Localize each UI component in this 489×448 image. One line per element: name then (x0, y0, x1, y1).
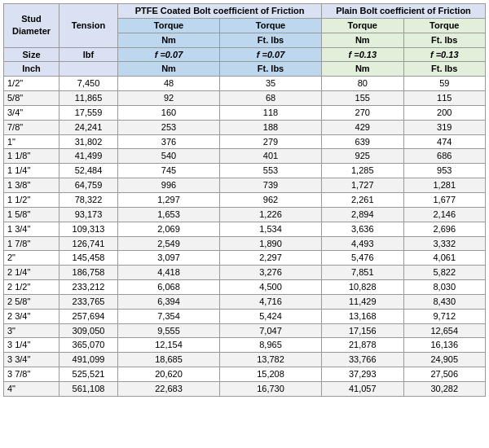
header-row-5: Inch Nm Ft. lbs Nm Ft. lbs (4, 62, 486, 77)
cell-ptfe-ftlbs: 962 (220, 192, 322, 207)
cell-plain-ftlbs: 1,677 (403, 192, 486, 207)
table-row: 1" 31,802 376 279 639 474 (4, 134, 486, 149)
cell-plain-nm: 270 (322, 105, 403, 120)
cell-plain-nm: 2,261 (322, 192, 403, 207)
table-row: 1 1/4" 52,484 745 553 1,285 953 (4, 164, 486, 178)
header-plain-f1: f =0.13 (322, 47, 403, 62)
table-row: 5/8" 11,865 92 68 155 115 (4, 91, 486, 106)
header-stud-diameter: Stud Diameter (4, 4, 59, 48)
table-row: 3 3/4" 491,099 18,685 13,782 33,766 24,9… (4, 353, 486, 367)
cell-size: 3 3/4" (4, 353, 59, 367)
cell-tension: 126,741 (59, 236, 118, 251)
cell-ptfe-nm: 6,394 (118, 294, 220, 309)
cell-plain-nm: 37,293 (322, 367, 403, 382)
cell-size: 3 1/4" (4, 338, 59, 353)
cell-tension: 64,759 (59, 178, 118, 193)
cell-tension: 257,694 (59, 309, 118, 323)
table-row: 1 1/2" 78,322 1,297 962 2,261 1,677 (4, 192, 486, 207)
table-row: 2 3/4" 257,694 7,354 5,424 13,168 9,712 (4, 309, 486, 323)
cell-ptfe-nm: 12,154 (118, 338, 220, 353)
cell-plain-ftlbs: 24,905 (403, 353, 486, 367)
cell-size: 2 3/4" (4, 309, 59, 323)
cell-tension: 41,499 (59, 149, 118, 164)
cell-size: 1 3/4" (4, 222, 59, 236)
header-inch-label: Inch (4, 62, 59, 77)
cell-plain-ftlbs: 686 (403, 149, 486, 164)
cell-ptfe-nm: 376 (118, 134, 220, 149)
header-size-label: Size (4, 47, 59, 62)
cell-plain-ftlbs: 200 (403, 105, 486, 120)
cell-plain-ftlbs: 953 (403, 164, 486, 178)
cell-tension: 186,758 (59, 266, 118, 280)
cell-plain-nm: 4,493 (322, 236, 403, 251)
cell-tension: 31,802 (59, 134, 118, 149)
table-row: 1 3/4" 109,313 2,069 1,534 3,636 2,696 (4, 222, 486, 236)
cell-ptfe-ftlbs: 68 (220, 91, 322, 106)
cell-ptfe-nm: 3,097 (118, 251, 220, 266)
cell-tension: 11,865 (59, 91, 118, 106)
cell-size: 3/4" (4, 105, 59, 120)
cell-ptfe-ftlbs: 279 (220, 134, 322, 149)
cell-plain-ftlbs: 474 (403, 134, 486, 149)
cell-plain-nm: 33,766 (322, 353, 403, 367)
cell-size: 7/8" (4, 120, 59, 134)
header-plain-nm: Nm (322, 33, 403, 47)
table-row: 2" 145,458 3,097 2,297 5,476 4,061 (4, 251, 486, 266)
cell-ptfe-nm: 1,297 (118, 192, 220, 207)
cell-ptfe-ftlbs: 5,424 (220, 309, 322, 323)
cell-size: 3 7/8" (4, 367, 59, 382)
cell-tension: 24,241 (59, 120, 118, 134)
cell-tension: 7,450 (59, 77, 118, 91)
cell-plain-ftlbs: 3,332 (403, 236, 486, 251)
cell-plain-ftlbs: 115 (403, 91, 486, 106)
cell-ptfe-ftlbs: 1,226 (220, 207, 322, 222)
cell-plain-nm: 3,636 (322, 222, 403, 236)
cell-plain-ftlbs: 4,061 (403, 251, 486, 266)
cell-size: 1 1/2" (4, 192, 59, 207)
cell-plain-ftlbs: 59 (403, 77, 486, 91)
cell-ptfe-nm: 745 (118, 164, 220, 178)
header-plain-torque2: Torque (403, 18, 486, 33)
cell-ptfe-nm: 9,555 (118, 323, 220, 338)
table-row: 2 1/4" 186,758 4,418 3,276 7,851 5,822 (4, 266, 486, 280)
cell-plain-nm: 7,851 (322, 266, 403, 280)
cell-tension: 78,322 (59, 192, 118, 207)
cell-ptfe-nm: 48 (118, 77, 220, 91)
cell-size: 1 5/8" (4, 207, 59, 222)
cell-plain-nm: 17,156 (322, 323, 403, 338)
cell-tension: 365,070 (59, 338, 118, 353)
header-tension: Tension (59, 4, 118, 48)
cell-plain-nm: 925 (322, 149, 403, 164)
cell-ptfe-nm: 7,354 (118, 309, 220, 323)
cell-plain-ftlbs: 12,654 (403, 323, 486, 338)
cell-ptfe-nm: 996 (118, 178, 220, 193)
cell-ptfe-ftlbs: 4,716 (220, 294, 322, 309)
cell-plain-nm: 2,894 (322, 207, 403, 222)
cell-plain-nm: 13,168 (322, 309, 403, 323)
cell-plain-ftlbs: 30,282 (403, 381, 486, 396)
cell-ptfe-nm: 6,068 (118, 280, 220, 295)
header-ptfe-group: PTFE Coated Bolt coefficient of Friction (118, 4, 322, 19)
cell-ptfe-ftlbs: 8,965 (220, 338, 322, 353)
table-row: 3" 309,050 9,555 7,047 17,156 12,654 (4, 323, 486, 338)
cell-size: 3" (4, 323, 59, 338)
cell-ptfe-ftlbs: 1,890 (220, 236, 322, 251)
cell-tension: 525,521 (59, 367, 118, 382)
table-row: 2 1/2" 233,212 6,068 4,500 10,828 8,030 (4, 280, 486, 295)
cell-size: 2" (4, 251, 59, 266)
cell-ptfe-ftlbs: 2,297 (220, 251, 322, 266)
cell-plain-ftlbs: 9,712 (403, 309, 486, 323)
cell-tension: 17,559 (59, 105, 118, 120)
cell-plain-ftlbs: 8,430 (403, 294, 486, 309)
cell-plain-nm: 41,057 (322, 381, 403, 396)
cell-plain-nm: 1,727 (322, 178, 403, 193)
header-plain-ftlbs: Ft. lbs (403, 33, 486, 47)
table-row: 4" 561,108 22,683 16,730 41,057 30,282 (4, 381, 486, 396)
header-ptfe-nm: Nm (118, 33, 220, 47)
cell-ptfe-ftlbs: 7,047 (220, 323, 322, 338)
header-ptfe-ftlbs: Ft. lbs (220, 33, 322, 47)
table-row: 3 1/4" 365,070 12,154 8,965 21,878 16,13… (4, 338, 486, 353)
cell-size: 4" (4, 381, 59, 396)
cell-plain-nm: 5,476 (322, 251, 403, 266)
cell-ptfe-nm: 92 (118, 91, 220, 106)
